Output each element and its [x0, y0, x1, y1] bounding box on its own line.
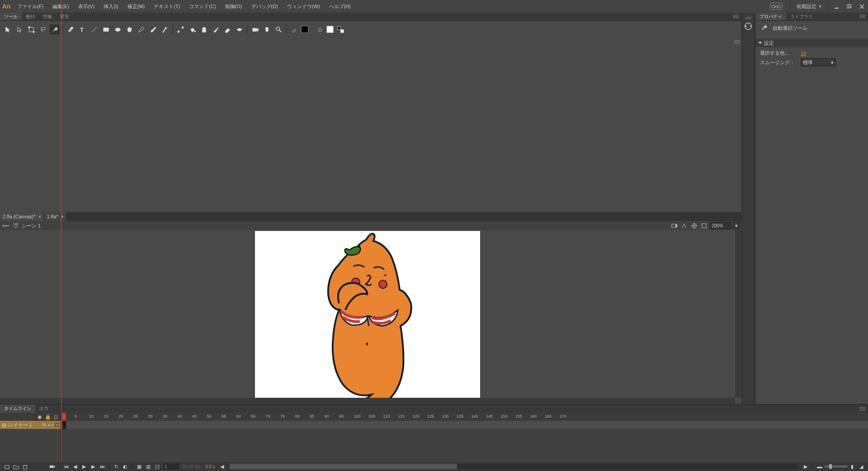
onion-skin-button[interactable]: ◐: [121, 462, 129, 471]
sync-settings-icon[interactable]: [770, 3, 783, 10]
scroll-right-button[interactable]: ▶: [802, 462, 810, 471]
paintbrush-tool[interactable]: [160, 24, 170, 34]
add-camera-button[interactable]: [48, 462, 56, 471]
selection-tool[interactable]: [3, 24, 13, 34]
first-frame-button[interactable]: ⏮: [62, 462, 70, 471]
frames-track[interactable]: [61, 421, 868, 429]
timeline-zoom-in[interactable]: ▮: [848, 462, 856, 471]
stage-viewport[interactable]: [0, 230, 735, 398]
menu-file[interactable]: ファイル(F): [13, 0, 48, 13]
doc-tab-1[interactable]: 2.fla (Canvas)* ×: [0, 212, 44, 221]
maximize-button[interactable]: [843, 0, 855, 13]
play-button[interactable]: ▶: [80, 462, 88, 471]
lock-icon[interactable]: 🔒: [45, 414, 51, 420]
menu-view[interactable]: 表示(V): [74, 0, 99, 13]
eyedropper-tool[interactable]: [211, 24, 221, 34]
panel-menu-icon[interactable]: [733, 14, 739, 19]
ink-bottle-tool[interactable]: [199, 24, 209, 34]
swap-colors-icon[interactable]: [335, 24, 345, 34]
menu-control[interactable]: 制御(O): [221, 0, 247, 13]
loop-button[interactable]: ↻: [112, 462, 120, 471]
panel-menu-icon[interactable]: [859, 406, 865, 411]
line-tool[interactable]: [89, 24, 99, 34]
doc-tab-2[interactable]: 1.fla* ×: [44, 212, 67, 221]
timeline-zoom-slider[interactable]: [825, 466, 847, 467]
smoothing-select[interactable]: 標準 ▾: [801, 58, 836, 66]
last-frame-button[interactable]: ⏭: [98, 462, 106, 471]
timeline-zoom-out[interactable]: ▬: [816, 462, 824, 471]
tab-library[interactable]: ライブラリ: [786, 13, 817, 20]
tab-align[interactable]: 整列: [22, 13, 39, 20]
onion-outlines-button[interactable]: ▦: [135, 462, 143, 471]
prev-frame-button[interactable]: ◀: [71, 462, 79, 471]
tab-transform[interactable]: 変形: [56, 13, 73, 20]
panel-menu-icon[interactable]: [734, 39, 740, 44]
menu-text[interactable]: テキスト(T): [149, 0, 184, 13]
close-icon[interactable]: ×: [38, 214, 41, 219]
pen-tool[interactable]: [66, 24, 75, 34]
stroke-color-swatch[interactable]: [301, 26, 308, 33]
zoom-tool[interactable]: [274, 24, 283, 34]
eraser-tool[interactable]: [222, 24, 232, 34]
pencil-tool[interactable]: [136, 24, 146, 34]
tab-properties[interactable]: プロパティ: [755, 13, 786, 20]
free-transform-tool[interactable]: [26, 24, 36, 34]
workspace-switcher[interactable]: 初期設定 ▾: [792, 0, 826, 13]
menu-help[interactable]: ヘルプ(H): [325, 0, 355, 13]
brush-tool[interactable]: [148, 24, 158, 34]
menu-debug[interactable]: デバッグ(D): [247, 0, 283, 13]
oval-tool[interactable]: [113, 24, 123, 34]
delete-layer-button[interactable]: [21, 462, 29, 471]
zoom-dropdown[interactable]: ▾: [733, 222, 740, 229]
new-folder-button[interactable]: [12, 462, 20, 471]
tab-info[interactable]: 情報: [39, 13, 56, 20]
subselection-tool[interactable]: [14, 24, 24, 34]
hand-tool[interactable]: [262, 24, 272, 34]
lasso-tool[interactable]: [38, 24, 48, 34]
select-colors-value[interactable]: 10: [801, 51, 819, 56]
center-stage-icon[interactable]: [690, 221, 698, 230]
tab-tools[interactable]: ツール: [0, 13, 22, 20]
minimize-button[interactable]: [830, 0, 843, 13]
panel-menu-icon[interactable]: [859, 14, 865, 19]
scroll-left-button[interactable]: ◀: [218, 462, 226, 471]
dock-handle-icon[interactable]: [745, 16, 751, 20]
tab-timeline[interactable]: タイムライン: [0, 405, 35, 413]
current-frame-field[interactable]: 1: [163, 463, 179, 470]
paint-bucket-tool[interactable]: [187, 24, 197, 34]
new-layer-button[interactable]: [3, 462, 11, 471]
fill-eyedropper[interactable]: [315, 24, 325, 34]
text-tool[interactable]: T: [77, 24, 87, 34]
zoom-input[interactable]: 200%: [710, 222, 731, 229]
width-tool[interactable]: [234, 24, 244, 34]
menu-window[interactable]: ウィンドウ(W): [283, 0, 325, 13]
vertical-scrollbar[interactable]: [735, 230, 741, 398]
scene-name[interactable]: シーン 1: [22, 222, 41, 229]
bone-tool[interactable]: [175, 24, 185, 34]
next-frame-button[interactable]: ▶: [89, 462, 97, 471]
settings-section-header[interactable]: 設定: [755, 39, 868, 47]
fill-color-swatch[interactable]: [326, 26, 334, 33]
resize-handle-icon[interactable]: ◢: [857, 462, 865, 471]
close-button[interactable]: [855, 0, 868, 13]
camera-tool[interactable]: [250, 24, 260, 34]
menu-modify[interactable]: 修正(M): [123, 0, 150, 13]
outline-icon[interactable]: ◻: [54, 414, 58, 420]
rectangle-tool[interactable]: [101, 24, 111, 34]
frame-ruler[interactable]: 1510152025303540455055606570758085909510…: [61, 413, 868, 421]
canvas[interactable]: [255, 231, 480, 404]
layer-name[interactable]: レイヤー 1: [8, 422, 32, 429]
marker-button[interactable]: [·]: [153, 462, 161, 471]
magic-wand-tool[interactable]: [50, 24, 60, 34]
visibility-icon[interactable]: ◉: [38, 414, 42, 420]
edit-multiple-button[interactable]: ▥: [144, 462, 152, 471]
menu-insert[interactable]: 挿入(I): [99, 0, 123, 13]
edit-symbol-icon[interactable]: [680, 221, 688, 230]
polystar-tool[interactable]: [124, 24, 134, 34]
menu-commands[interactable]: コマンド(C): [184, 0, 220, 13]
timeline-scrollbar[interactable]: [230, 464, 798, 469]
edit-scene-icon[interactable]: [670, 221, 678, 230]
back-icon[interactable]: ⟸: [2, 221, 10, 230]
horizontal-scrollbar[interactable]: [0, 398, 735, 404]
layer-row[interactable]: ▤ レイヤー 1 ✎ ••: [0, 421, 61, 429]
